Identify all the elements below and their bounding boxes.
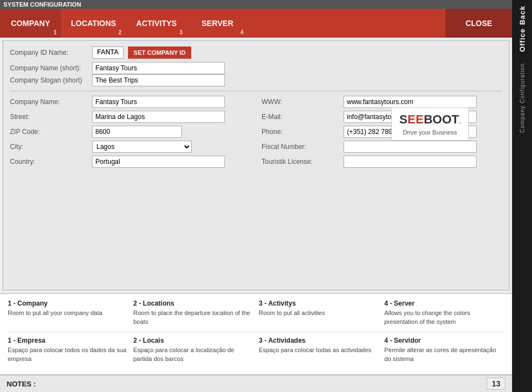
section-divider [10, 91, 502, 91]
logo-see: S [400, 112, 408, 126]
info-block-en-1-title: 2 - Locations [134, 300, 254, 307]
info-block-pt-0-text: Espaço para colocar todos os dados da su… [8, 346, 128, 363]
tab-locations-number: 2 [119, 29, 122, 35]
zip-input[interactable] [92, 126, 182, 138]
info-block-en-1: 2 - Locations Room to place the departur… [134, 300, 254, 326]
company-name-input[interactable] [92, 96, 225, 108]
tab-locations[interactable]: LOCATIONS 2 [61, 9, 126, 38]
city-row: City: Lagos [10, 141, 250, 153]
city-select[interactable]: Lagos [92, 141, 192, 153]
info-block-pt-0: 1 - Empresa Espaço para colocar todos os… [8, 337, 128, 363]
tourist-label: Touristik License: [262, 158, 339, 166]
tab-company-number: 1 [53, 29, 57, 35]
company-name-short-row: Company Name (short): [10, 62, 391, 74]
info-block-pt-2-text: Espaço para colocar todas as actividades [259, 346, 379, 354]
content-panel: SEEBOOT. Drive your Business Company ID … [2, 40, 510, 291]
info-block-pt-3-text: Permite alterar as cores de apresentação… [385, 346, 505, 363]
www-label: WWW: [262, 98, 339, 106]
info-block-pt-1-text: Espaço para colocar a localização de par… [134, 346, 254, 363]
bottom-section: 1 - Company Room to put all your company… [0, 293, 512, 374]
company-id-label: Company ID Name: [10, 49, 88, 56]
form-col-left: Company Name: Street: ZIP Code: City: [10, 96, 250, 168]
info-block-en-1-text: Room to place the departure location of … [134, 309, 254, 326]
logo-area: SEEBOOT. Drive your Business [391, 107, 469, 141]
fiscal-row: Fiscal Number: [262, 141, 502, 153]
tourist-row: Touristik License: [262, 156, 502, 168]
street-input[interactable] [92, 111, 225, 123]
company-name-label: Company Name: [10, 98, 88, 106]
info-block-en-0-title: 1 - Company [8, 300, 128, 307]
zip-label: ZIP Code: [10, 128, 88, 136]
company-slogan-input[interactable] [92, 74, 225, 86]
sidebar-office-text: Office [518, 28, 526, 52]
company-id-value[interactable]: FANTA [92, 47, 124, 59]
info-block-pt-3: 4 - Servidor Permite alterar as cores de… [385, 337, 505, 363]
street-row: Street: [10, 111, 250, 123]
title-bar: SYSTEM CONFIGURATION [0, 0, 512, 9]
info-block-pt-1: 2 - Locais Espaço para colocar a localiz… [134, 337, 254, 363]
company-name-row: Company Name: [10, 96, 250, 108]
info-grid-en: 1 - Company Room to put all your company… [8, 300, 504, 326]
street-label: Street: [10, 113, 88, 121]
info-block-en-2-title: 3 - Activitys [259, 300, 379, 307]
sidebar-back-text: Back [518, 6, 526, 25]
info-block-en-2: 3 - Activitys Room to put all activities [259, 300, 379, 326]
logo-tagline: Drive your Business [400, 129, 461, 136]
notes-bar: NOTES : 13 [0, 374, 512, 392]
zip-row: ZIP Code: [10, 126, 250, 138]
tab-close[interactable]: CLOSE [446, 9, 512, 38]
logo-boot: BOOT [424, 112, 459, 126]
city-label: City: [10, 143, 88, 151]
tab-company[interactable]: COMPANY 1 [0, 9, 61, 38]
info-block-pt-3-title: 4 - Servidor [385, 337, 505, 344]
sidebar-config-label: Company Configuration [519, 63, 525, 133]
company-slogan-row: Company Slogan (short) [10, 74, 391, 86]
info-block-en-3: 4 - Server Allows you to change the colo… [385, 300, 505, 326]
country-label: Country: [10, 158, 88, 166]
country-row: Country: [10, 156, 250, 168]
tab-server-label: SERVER [202, 19, 233, 28]
info-block-pt-0-title: 1 - Empresa [8, 337, 128, 344]
tourist-input[interactable] [344, 156, 477, 168]
info-block-pt-1-title: 2 - Locais [134, 337, 254, 344]
company-id-row: Company ID Name: FANTA SET COMPANY ID [10, 47, 391, 59]
tab-activitys[interactable]: ACTIVITYS 3 [126, 9, 187, 38]
tab-nav: COMPANY 1 LOCATIONS 2 ACTIVITYS 3 SERVER… [0, 9, 512, 38]
info-block-pt-2-title: 3 - Actividades [259, 337, 379, 344]
tab-server[interactable]: SERVER 4 [187, 9, 248, 38]
fiscal-input[interactable] [344, 141, 477, 153]
tab-server-number: 4 [241, 29, 244, 35]
logo-text: SEEBOOT. [400, 112, 461, 127]
title-bar-label: SYSTEM CONFIGURATION [3, 1, 81, 8]
info-block-en-3-text: Allows you to change the colors presenta… [385, 309, 505, 326]
www-row: WWW: [262, 96, 502, 108]
fiscal-label: Fiscal Number: [262, 143, 339, 151]
info-grid-pt: 1 - Empresa Espaço para colocar todos os… [8, 337, 504, 363]
notes-label: NOTES : [7, 380, 36, 388]
email-label: E-Mail: [262, 113, 339, 121]
logo-ee: EE [407, 112, 423, 126]
right-sidebar: Back Office Company Configuration [512, 0, 532, 392]
info-block-en-2-text: Room to put all activities [259, 309, 379, 317]
info-divider [8, 332, 504, 332]
tab-locations-label: LOCATIONS [71, 19, 116, 28]
tab-close-label: CLOSE [466, 19, 492, 28]
company-slogan-label: Company Slogan (short) [10, 76, 88, 84]
info-block-en-0: 1 - Company Room to put all your company… [8, 300, 128, 326]
company-name-short-label: Company Name (short): [10, 64, 88, 72]
www-input[interactable] [344, 96, 477, 108]
info-block-pt-2: 3 - Actividades Espaço para colocar toda… [259, 337, 379, 363]
info-block-en-0-text: Room to put all your company data [8, 309, 128, 317]
company-name-short-input[interactable] [92, 62, 225, 74]
set-company-id-button[interactable]: SET COMPANY ID [128, 47, 191, 59]
logo-dot: . [459, 118, 461, 125]
tab-company-label: COMPANY [11, 19, 50, 28]
tab-activitys-number: 3 [180, 29, 183, 35]
page-number: 13 [487, 378, 505, 390]
phone-label: Phone: [262, 128, 339, 136]
info-block-en-3-title: 4 - Server [385, 300, 505, 307]
country-input[interactable] [92, 156, 225, 168]
tab-activitys-label: ACTIVITYS [136, 19, 177, 28]
